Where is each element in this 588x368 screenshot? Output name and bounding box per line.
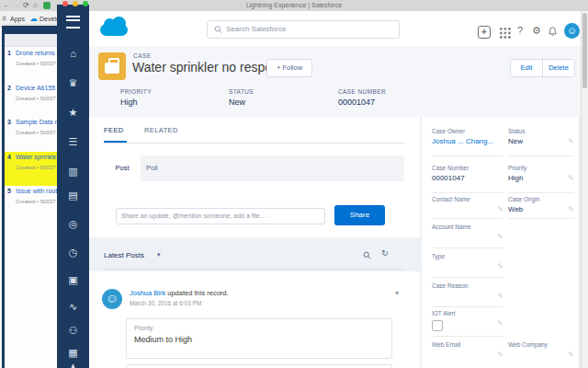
browser-forward-icon[interactable]: → [13,0,20,11]
field-label: Case Owner [432,128,465,134]
field-label: Account Name [432,224,471,230]
list-icon[interactable]: ☰ [57,136,89,147]
window-close-button[interactable] [62,1,68,6]
edit-field-icon[interactable]: ✎ [568,174,574,182]
crown-icon[interactable]: ♛ [57,77,89,88]
search-icon [214,25,222,34]
global-search[interactable]: Search Salesforce [207,20,400,39]
app-launcher-icon[interactable] [499,27,511,39]
home-icon[interactable]: ⌂ [57,48,89,59]
field-value: High [508,174,523,182]
field-case-origin: Case Origin Web ✎ [508,196,574,219]
edit-field-icon[interactable]: ✎ [497,292,503,300]
item-number: 1 [7,50,11,56]
divider [104,269,404,270]
bookmark-label[interactable]: Develop [40,11,57,27]
feed-item-menu-icon[interactable]: ▾ [395,289,399,297]
item-number: 3 [7,119,11,125]
browser-extension-icon[interactable] [43,2,51,9]
calendar-icon[interactable]: ▦ [57,347,89,358]
list-item[interactable]: 3 Sample Data no Created • 50037 [5,117,57,151]
target-icon[interactable]: ◎ [57,218,89,229]
notification-bell-icon[interactable] [548,26,558,37]
browser-home-icon[interactable]: ⌂ [33,0,38,11]
feed-author-avatar[interactable]: ☺ [102,289,122,309]
popup-header [5,26,60,34]
window-minimize-button[interactable] [73,1,78,6]
edit-button[interactable]: Edit [511,60,542,76]
list-item[interactable]: 5 Issue with route Created • 50037 [5,186,57,220]
feed-author-link[interactable]: Joshua Birk [130,289,165,297]
record-body: FEED RELATED Post Poll Share an update, … [89,117,581,368]
share-update-input[interactable]: Share an update, @mention someone, add a… [116,208,325,224]
menu-icon[interactable] [66,16,80,29]
follow-button[interactable]: + Follow [266,59,312,77]
feed-filter-label[interactable]: Latest Posts [104,251,144,259]
clock-icon[interactable]: ◷ [57,247,89,258]
list-item[interactable]: 2 Device A6155 1 Created • 50037 [5,83,57,117]
edit-field-icon[interactable]: ✎ [568,351,574,359]
apps-label[interactable]: Apps [10,11,25,27]
global-header: Search Salesforce + ? ⚙ ☺ [89,11,581,47]
edit-field-icon[interactable]: ✎ [568,137,574,145]
scrollbar-thumb[interactable] [582,13,587,88]
list-item-highlighted[interactable]: 4 Water sprinkler Created • 50037 [5,152,57,186]
feed-search-icon[interactable] [363,251,371,259]
item-link[interactable]: Issue with route [16,188,57,194]
edit-field-icon[interactable]: ✎ [568,205,574,213]
tab-poll[interactable]: Poll [146,155,158,181]
item-number: 2 [7,85,11,91]
summary-label: CASE NUMBER [338,88,386,95]
scrollbar[interactable] [581,11,588,368]
field-value: Web [508,205,523,213]
delete-button[interactable]: Delete [542,60,574,76]
item-link[interactable]: Water sprinkler [16,154,57,160]
item-meta: Created • 50037 [16,61,55,66]
add-icon[interactable]: + [478,26,491,39]
field-label: Contact Name [432,196,470,202]
share-button[interactable]: Share [334,205,385,225]
tab-post[interactable]: Post [104,155,141,181]
id-card-icon[interactable]: ▤ [57,190,89,201]
tab-related[interactable]: RELATED [144,126,178,134]
edit-field-icon[interactable]: ✎ [497,205,503,213]
item-link[interactable]: Drone returns 4 [16,50,57,56]
item-link[interactable]: Device A6155 1 [16,85,57,91]
edit-field-icon[interactable]: ✎ [497,262,503,270]
apps-grid-icon[interactable]: ⠿ [2,11,6,27]
pulse-icon[interactable]: ∿ [57,301,89,312]
browser-reload-icon[interactable]: ⟳ [23,0,29,11]
user-avatar[interactable]: ☺ [564,23,580,39]
field-label: Priority [508,165,526,171]
summary-label: STATUS [229,88,254,95]
changed-field-label: Priority [134,325,153,331]
pages-icon[interactable]: ▥ [57,166,89,177]
publisher-tabs: Post Poll [104,155,404,181]
person-icon[interactable]: ♟ [57,362,89,368]
list-item[interactable]: 1 Drone returns 4 Created • 50037 [5,48,57,82]
browser-back-icon[interactable]: ← [3,0,10,11]
field-web-email: Web Email ✎ [432,341,503,367]
help-icon[interactable]: ? [517,25,523,37]
setup-gear-icon[interactable]: ⚙ [532,25,541,37]
item-meta: Created • 50037 [16,130,55,135]
briefcase-icon[interactable]: ▣ [57,274,89,285]
field-case-number: Case Number 00001047 [432,165,503,193]
chevron-down-icon[interactable]: ▾ [157,251,161,259]
people-icon[interactable]: ⚇ [57,325,89,336]
change-owner-link[interactable]: Chang... [466,137,493,145]
bookmark-cloud-icon[interactable]: ☁ [29,11,38,27]
iot-alert-checkbox[interactable] [432,320,443,331]
changed-field-value: Medium to High [134,335,192,344]
star-icon[interactable]: ★ [57,107,89,118]
owner-link[interactable]: Joshua ... [432,137,464,145]
edit-field-icon[interactable]: ✎ [497,233,503,241]
field-value: New [508,137,523,145]
tab-feed[interactable]: FEED [104,126,124,134]
edit-field-icon[interactable]: ✎ [497,319,503,328]
window-zoom-button[interactable] [83,1,88,6]
item-link[interactable]: Sample Data no [16,119,57,125]
edit-field-icon[interactable]: ✎ [497,351,503,359]
field-case-reason: Case Reason ✎ [432,282,503,307]
refresh-icon[interactable]: ↻ [381,248,389,258]
